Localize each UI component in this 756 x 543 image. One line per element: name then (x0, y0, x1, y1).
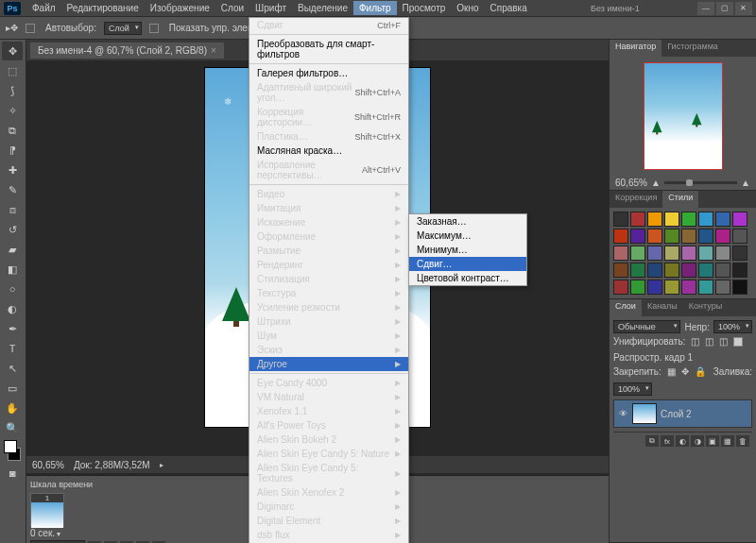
menu-filter-group[interactable]: Искажение▶ (249, 215, 408, 229)
style-swatch[interactable] (732, 229, 747, 244)
dodge-tool[interactable]: ◐ (2, 299, 23, 318)
layer-group-button[interactable]: ▣ (706, 435, 719, 447)
menu-слои[interactable]: Слои (215, 1, 249, 15)
opacity-input[interactable]: 100% (713, 320, 752, 333)
visibility-icon[interactable]: 👁 (617, 408, 628, 419)
close-tab-icon[interactable]: × (211, 45, 216, 56)
marquee-tool[interactable]: ⬚ (2, 61, 23, 80)
style-swatch[interactable] (630, 212, 645, 227)
menu-шрифт[interactable]: Шрифт (249, 1, 292, 15)
zoom-level[interactable]: 60,65% (32, 460, 64, 470)
document-tab[interactable]: Без имени-4 @ 60,7% (Слой 2, RGB/8) × (30, 42, 224, 59)
menu-редактирование[interactable]: Редактирование (61, 1, 145, 15)
style-swatch[interactable] (664, 280, 679, 295)
menu-filter-group[interactable]: Другое▶ (249, 357, 408, 371)
menu-filter-group[interactable]: Оформление▶ (249, 229, 408, 244)
style-swatch[interactable] (698, 280, 713, 295)
style-swatch[interactable] (613, 212, 628, 227)
autoselect-checkbox[interactable] (26, 24, 35, 33)
tab-adjustments[interactable]: Коррекция (610, 191, 662, 208)
quickmask-toggle[interactable]: ◙ (2, 464, 23, 483)
history-brush-tool[interactable]: ↺ (2, 220, 23, 239)
minimize-button[interactable]: — (697, 2, 714, 15)
menu-filter-group[interactable]: Штрихи▶ (249, 314, 408, 329)
type-tool[interactable]: T (2, 339, 23, 358)
crop-tool[interactable]: ⧉ (2, 121, 23, 140)
heal-tool[interactable]: ✚ (2, 161, 23, 179)
style-swatch[interactable] (681, 246, 696, 261)
style-swatch[interactable] (698, 212, 713, 227)
style-swatch[interactable] (732, 246, 747, 261)
autoselect-dropdown[interactable]: Слой (104, 22, 142, 35)
tab-channels[interactable]: Каналы (642, 299, 683, 316)
style-swatch[interactable] (647, 212, 662, 227)
style-swatch[interactable] (664, 229, 679, 244)
menu-plugin[interactable]: Xenofex 1.1▶ (249, 404, 408, 418)
layer-mask-button[interactable]: ◐ (676, 435, 689, 447)
style-swatch[interactable] (613, 263, 628, 278)
menu-фильтр[interactable]: Фильтр (353, 1, 397, 15)
tab-layers[interactable]: Слои (610, 299, 642, 316)
layer-style-button[interactable]: fx (661, 435, 674, 447)
style-swatch[interactable] (715, 246, 730, 261)
nav-zoom-slider[interactable] (664, 181, 737, 184)
menu-plugin[interactable]: Digimarc▶ (249, 500, 408, 514)
color-swatch[interactable] (2, 438, 23, 463)
style-swatch[interactable] (732, 263, 747, 278)
tab-paths[interactable]: Контуры (683, 299, 728, 316)
wand-tool[interactable]: ✧ (2, 101, 23, 120)
menu-plugin[interactable]: VM Natural▶ (249, 390, 408, 404)
move-tool[interactable]: ✥ (2, 42, 23, 60)
submenu-item[interactable]: Заказная… (409, 214, 526, 229)
menu-filter-group[interactable]: Размытие▶ (249, 244, 408, 258)
menu-vanishing-point[interactable]: Исправление перспективы…Alt+Ctrl+V (249, 158, 408, 182)
path-tool[interactable]: ↖ (2, 359, 23, 378)
tab-navigator[interactable]: Навигатор (610, 40, 662, 57)
blend-mode-dropdown[interactable]: Обычные (613, 320, 680, 333)
style-swatch[interactable] (681, 280, 696, 295)
layer-name[interactable]: Слой 2 (661, 409, 692, 419)
menu-adaptive-wide[interactable]: Адаптивный широкий угол…Shift+Ctrl+A (249, 80, 408, 105)
style-swatch[interactable] (698, 246, 713, 261)
style-swatch[interactable] (681, 212, 696, 227)
lock-all-icon[interactable]: 🔒 (695, 366, 706, 377)
menu-lens-correction[interactable]: Коррекция дисторсии…Shift+Ctrl+R (249, 105, 408, 129)
menu-plugin[interactable]: Alien Skin Eye Candy 5: Nature▶ (249, 447, 408, 461)
delete-layer-button[interactable]: 🗑 (736, 435, 749, 447)
menu-plugin[interactable]: Eye Candy 4000▶ (249, 376, 408, 390)
menu-filter-group[interactable]: Шум▶ (249, 329, 408, 343)
eraser-tool[interactable]: ▰ (2, 240, 23, 259)
style-swatch[interactable] (630, 263, 645, 278)
brush-tool[interactable]: ✎ (2, 180, 23, 199)
transform-checkbox[interactable] (149, 24, 159, 33)
maximize-button[interactable]: ▢ (716, 2, 733, 15)
menu-last-filter[interactable]: СдвигCtrl+F (249, 18, 408, 32)
style-swatch[interactable] (647, 229, 662, 244)
style-swatch[interactable] (715, 229, 730, 244)
style-swatch[interactable] (647, 263, 662, 278)
menu-plugin[interactable]: Alf's Power Toys▶ (249, 418, 408, 433)
timeline-frame[interactable]: 1 (30, 493, 64, 527)
menu-plugin[interactable]: Alien Skin Xenofex 2▶ (249, 485, 408, 500)
style-swatch[interactable] (732, 212, 747, 227)
style-swatch[interactable] (715, 263, 730, 278)
menu-oil-paint[interactable]: Масляная краска… (249, 144, 408, 158)
fill-input[interactable]: 100% (613, 382, 652, 396)
layer-thumbnail[interactable] (632, 403, 657, 424)
style-swatch[interactable] (613, 229, 628, 244)
submenu-item[interactable]: Сдвиг… (409, 257, 526, 271)
menu-plugin[interactable]: dsb flux▶ (249, 528, 408, 542)
style-swatch[interactable] (698, 229, 713, 244)
adjustment-layer-button[interactable]: ◑ (691, 435, 704, 447)
frame-delay[interactable]: 0 сек. (30, 528, 55, 538)
eyedropper-tool[interactable]: ⁋ (2, 141, 23, 160)
style-swatch[interactable] (613, 246, 628, 261)
submenu-item[interactable]: Максимум… (409, 229, 526, 243)
menu-filter-group[interactable]: Видео▶ (249, 187, 408, 201)
menu-plugin[interactable]: Digital Element▶ (249, 514, 408, 528)
stamp-tool[interactable]: ⧈ (2, 200, 23, 219)
menu-filter-group[interactable]: Стилизация▶ (249, 272, 408, 286)
menu-filter-gallery[interactable]: Галерея фильтров… (249, 66, 408, 80)
new-layer-button[interactable]: ▦ (721, 435, 734, 447)
style-swatch[interactable] (681, 229, 696, 244)
